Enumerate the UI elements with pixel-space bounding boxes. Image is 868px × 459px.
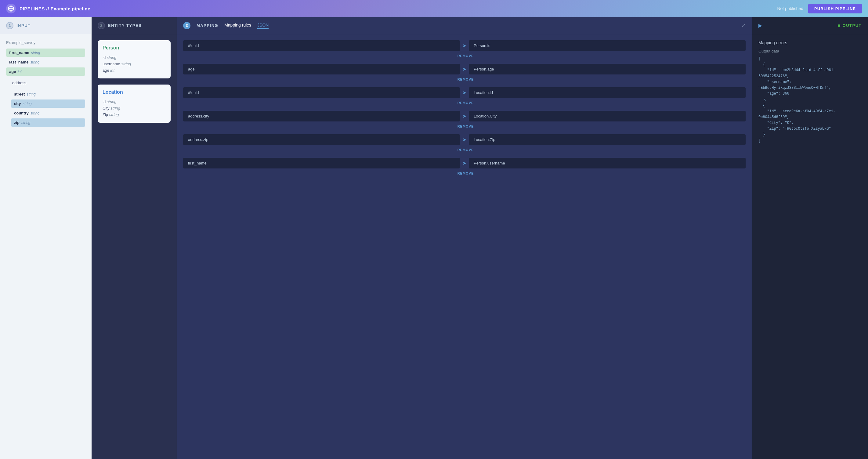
mapping-rule: address.city ➤ Location.City REMOVE: [183, 111, 746, 129]
json-output: [ { "id": "cc2b8d44-2a1d-4aff-a061- 5995…: [758, 56, 862, 144]
not-published-status: Not published: [777, 6, 803, 11]
field-item: citystring: [11, 99, 85, 108]
field-item: zipstring: [11, 118, 85, 127]
mapping-content: #!uuid ➤ Person.id REMOVE age ➤ Person.a…: [177, 34, 752, 459]
mapping-panel: 3 MAPPING Mapping rules JSON ⤢ #!uuid ➤ …: [177, 17, 752, 459]
remove-button[interactable]: REMOVE: [455, 170, 476, 176]
remove-button[interactable]: REMOVE: [455, 123, 476, 129]
field-type: string: [31, 60, 39, 64]
expand-icon[interactable]: ⤢: [742, 23, 746, 28]
field-item: first_namestring: [6, 49, 85, 57]
main-layout: 1 INPUT Example_survey first_namestringl…: [0, 17, 868, 459]
mapping-target: Location.Zip: [469, 134, 746, 145]
mapping-rule: first_name ➤ Person.username REMOVE: [183, 158, 746, 176]
mapping-rule: #!uuid ➤ Person.id REMOVE: [183, 40, 746, 59]
mapping-row: address.city ➤ Location.City: [183, 111, 746, 121]
mapping-source: age: [183, 64, 460, 74]
remove-button[interactable]: REMOVE: [455, 76, 476, 83]
remove-button[interactable]: REMOVE: [455, 53, 476, 59]
mapping-row: address.zip ➤ Location.Zip: [183, 134, 746, 145]
mapping-source: address.city: [183, 111, 460, 121]
field-item: ageint: [6, 67, 85, 76]
output-panel-header: ▶ OUTPUT: [752, 17, 868, 34]
entity-field: Zip string: [102, 112, 166, 118]
mapping-row: age ➤ Person.age: [183, 64, 746, 74]
mapping-source: #!uuid: [183, 87, 460, 98]
output-title: OUTPUT: [838, 23, 862, 28]
field-name: country: [14, 111, 29, 115]
field-type: string: [21, 121, 30, 125]
mapping-arrow: ➤: [462, 66, 466, 72]
entity-field: age int: [102, 67, 166, 73]
field-name: street: [14, 92, 25, 96]
tab-json[interactable]: JSON: [257, 23, 269, 29]
mapping-target: Person.username: [469, 158, 746, 169]
output-status-dot: [838, 24, 840, 27]
header-left: PIPELINES // Example pipeline: [6, 4, 90, 13]
entity-field: City string: [102, 105, 166, 112]
field-type: string: [31, 51, 40, 55]
entity-panel-title: ENTITY TYPES: [108, 23, 142, 28]
survey-label: Example_survey: [6, 40, 85, 45]
entity-card-title: Location: [102, 89, 166, 95]
output-label: OUTPUT: [843, 23, 862, 28]
field-item: countrystring: [11, 109, 85, 117]
entity-panel: 2 ENTITY TYPES Person id stringusername …: [92, 17, 177, 459]
input-fields-list: first_namestringlast_namestringageintadd…: [6, 49, 85, 127]
mapping-source: first_name: [183, 158, 460, 169]
mapping-row: #!uuid ➤ Location.id: [183, 87, 746, 98]
output-panel: ▶ OUTPUT Mapping errors Output.data [ { …: [752, 17, 868, 459]
publish-button[interactable]: PUBLISH PIPELINE: [808, 4, 862, 13]
field-name: age: [9, 69, 16, 74]
field-name: zip: [14, 120, 20, 125]
input-panel: 1 INPUT Example_survey first_namestringl…: [0, 17, 92, 459]
mapping-arrow: ➤: [462, 113, 466, 119]
entity-field: username string: [102, 61, 166, 67]
mapping-arrow: ➤: [462, 43, 466, 49]
remove-button[interactable]: REMOVE: [455, 100, 476, 106]
step-1-badge: 1: [6, 22, 13, 29]
mapping-arrow: ➤: [462, 90, 466, 95]
mapping-tabs: Mapping rules JSON: [224, 23, 269, 29]
field-type: int: [18, 69, 22, 74]
mapping-row: first_name ➤ Person.username: [183, 158, 746, 169]
mapping-row: #!uuid ➤ Person.id: [183, 40, 746, 51]
field-name: first_name: [9, 50, 29, 55]
entity-panel-header: 2 ENTITY TYPES: [92, 17, 177, 34]
mapping-header: 3 MAPPING Mapping rules JSON ⤢: [177, 17, 752, 34]
field-item: address: [6, 77, 85, 89]
header-right: Not published PUBLISH PIPELINE: [777, 4, 862, 13]
mapping-arrow: ➤: [462, 137, 466, 143]
header: PIPELINES // Example pipeline Not publis…: [0, 0, 868, 17]
output-subtitle: Output.data: [758, 49, 862, 53]
input-panel-title: INPUT: [17, 23, 31, 28]
tab-mapping-rules[interactable]: Mapping rules: [224, 23, 251, 29]
header-title: PIPELINES // Example pipeline: [20, 6, 90, 11]
entity-card-title: Person: [102, 45, 166, 51]
remove-button[interactable]: REMOVE: [455, 147, 476, 153]
mapping-rule: #!uuid ➤ Location.id REMOVE: [183, 87, 746, 106]
field-name: last_name: [9, 60, 29, 64]
entity-content: Person id stringusername stringage int L…: [92, 34, 177, 459]
mapping-panel-title: MAPPING: [196, 23, 218, 28]
step-2-badge: 2: [98, 22, 105, 29]
input-panel-header: 1 INPUT: [0, 17, 91, 34]
input-content: Example_survey first_namestringlast_name…: [0, 34, 91, 459]
entity-card: Location id stringCity stringZip string: [98, 85, 170, 123]
play-button[interactable]: ▶: [758, 23, 762, 28]
mapping-target: Person.age: [469, 64, 746, 74]
entity-card: Person id stringusername stringage int: [98, 40, 170, 79]
field-type: string: [31, 111, 39, 115]
mapping-target: Person.id: [469, 40, 746, 51]
entity-field: id string: [102, 54, 166, 61]
logo: [6, 4, 16, 13]
field-type: string: [27, 92, 35, 96]
mapping-arrow: ➤: [462, 160, 466, 166]
field-name: city: [14, 101, 21, 106]
output-content: Mapping errors Output.data [ { "id": "cc…: [752, 34, 868, 459]
mapping-source: #!uuid: [183, 40, 460, 51]
mapping-source: address.zip: [183, 134, 460, 145]
field-type: string: [23, 102, 31, 106]
mapping-target: Location.id: [469, 87, 746, 98]
mapping-rule: address.zip ➤ Location.Zip REMOVE: [183, 134, 746, 153]
